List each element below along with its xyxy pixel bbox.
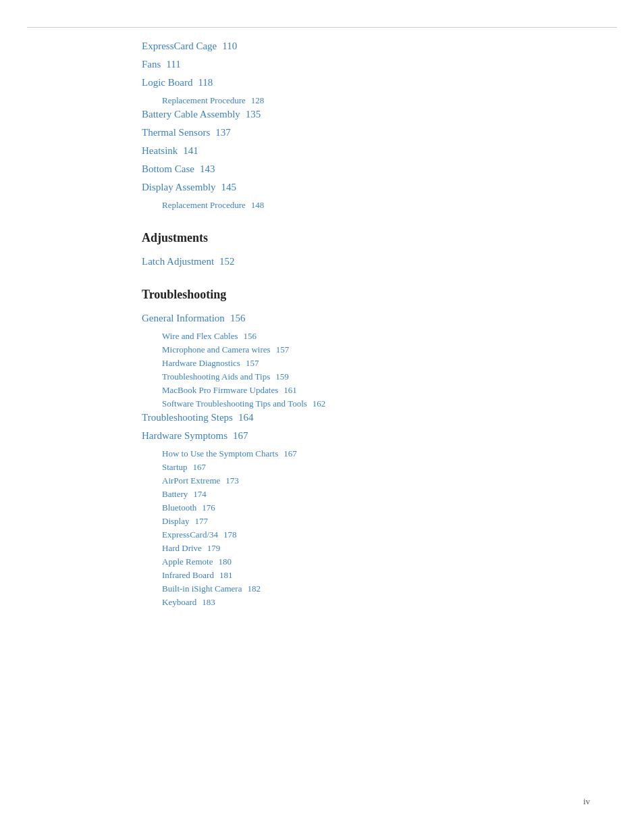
toc-entry: Latch Adjustment 152 (142, 256, 590, 267)
toc-entry: Apple Remote 180 (142, 556, 590, 567)
toc-entry: Bluetooth 176 (142, 502, 590, 513)
toc-page-number: 167 (193, 462, 207, 473)
toc-page-number: 137 (215, 127, 231, 138)
toc-link[interactable]: Troubleshooting Aids and Tips (162, 371, 270, 382)
toc-page-number: 111 (166, 59, 180, 70)
page-container: ExpressCard Cage 110Fans 111Logic Board … (0, 0, 644, 834)
toc-link[interactable]: Replacement Procedure (162, 200, 246, 211)
toc-entry: Startup 167 (142, 462, 590, 473)
section-heading: Troubleshooting (142, 288, 590, 302)
toc-page-number: 161 (284, 385, 297, 396)
top-border (27, 27, 617, 28)
toc-link[interactable]: Battery (162, 489, 188, 500)
toc-entry: Display Assembly 145 (142, 182, 590, 193)
toc-page-number: 157 (276, 344, 290, 355)
toc-entry: Software Troubleshooting Tips and Tools … (142, 398, 590, 409)
toc-entry: Built-in iSight Camera 182 (142, 583, 590, 594)
toc-link[interactable]: Thermal Sensors (142, 127, 210, 138)
toc-page-number: 177 (194, 516, 208, 527)
toc-entry: Replacement Procedure 148 (142, 200, 590, 211)
toc-link[interactable]: Hard Drive (162, 543, 202, 554)
toc-page-number: 167 (284, 448, 297, 459)
toc-entry: Logic Board 118 (142, 77, 590, 88)
toc-entry: Battery Cable Assembly 135 (142, 109, 590, 120)
toc-page-number: 135 (246, 109, 261, 120)
toc-entry: AirPort Extreme 173 (142, 475, 590, 486)
toc-entry: ExpressCard Cage 110 (142, 41, 590, 52)
toc-link[interactable]: Bluetooth (162, 502, 196, 513)
toc-entry: MacBook Pro Firmware Updates 161 (142, 385, 590, 396)
toc-page-number: 182 (247, 583, 261, 594)
toc-link[interactable]: Hardware Diagnostics (162, 358, 240, 369)
toc-page-number: 157 (246, 358, 259, 369)
toc-page-number: 141 (183, 145, 198, 157)
toc-link[interactable]: Display (162, 516, 189, 527)
toc-content: ExpressCard Cage 110Fans 111Logic Board … (142, 41, 590, 608)
toc-page-number: 179 (207, 543, 221, 554)
toc-link[interactable]: AirPort Extreme (162, 475, 220, 486)
toc-entry: Replacement Procedure 128 (142, 95, 590, 106)
toc-entry: Hardware Diagnostics 157 (142, 358, 590, 369)
toc-entry: Wire and Flex Cables 156 (142, 331, 590, 342)
toc-entry: ExpressCard/34 178 (142, 529, 590, 540)
toc-page-number: 180 (218, 556, 232, 567)
toc-page-number: 173 (225, 475, 239, 486)
toc-entry: Display 177 (142, 516, 590, 527)
toc-page-number: 181 (219, 570, 233, 581)
toc-link[interactable]: Microphone and Camera wires (162, 344, 271, 355)
toc-page-number: 110 (222, 41, 237, 52)
toc-entry: Bottom Case 143 (142, 163, 590, 175)
toc-entry: How to Use the Symptom Charts 167 (142, 448, 590, 459)
toc-page-number: 145 (221, 182, 237, 193)
toc-link[interactable]: Logic Board (142, 77, 192, 88)
toc-link[interactable]: Apple Remote (162, 556, 213, 567)
toc-link[interactable]: ExpressCard/34 (162, 529, 218, 540)
toc-link[interactable]: Fans (142, 59, 161, 70)
toc-page-number: 156 (230, 313, 246, 324)
toc-link[interactable]: Wire and Flex Cables (162, 331, 238, 342)
toc-page-number: 152 (219, 256, 235, 267)
toc-page-number: 128 (251, 95, 265, 106)
toc-link[interactable]: Software Troubleshooting Tips and Tools (162, 398, 307, 409)
toc-entry: Troubleshooting Steps 164 (142, 412, 590, 423)
toc-entry: Thermal Sensors 137 (142, 127, 590, 138)
toc-page-number: 148 (251, 200, 265, 211)
toc-page-number: 143 (200, 163, 215, 175)
toc-link[interactable]: Heatsink (142, 145, 178, 157)
toc-link[interactable]: Built-in iSight Camera (162, 583, 242, 594)
toc-link[interactable]: Hardware Symptoms (142, 430, 227, 442)
toc-link[interactable]: Keyboard (162, 597, 196, 608)
toc-entry: Hard Drive 179 (142, 543, 590, 554)
toc-entry: General Information 156 (142, 313, 590, 324)
toc-link[interactable]: Latch Adjustment (142, 256, 214, 267)
toc-link[interactable]: How to Use the Symptom Charts (162, 448, 278, 459)
toc-entry: Hardware Symptoms 167 (142, 430, 590, 442)
toc-link[interactable]: Replacement Procedure (162, 95, 246, 106)
toc-entry: Troubleshooting Aids and Tips 159 (142, 371, 590, 382)
toc-entry: Infrared Board 181 (142, 570, 590, 581)
toc-link[interactable]: Bottom Case (142, 163, 194, 175)
toc-link[interactable]: Display Assembly (142, 182, 216, 193)
toc-link[interactable]: MacBook Pro Firmware Updates (162, 385, 278, 396)
toc-page-number: 178 (223, 529, 237, 540)
page-number: iv (583, 796, 590, 807)
toc-page-number: 176 (202, 502, 215, 513)
toc-link[interactable]: Troubleshooting Steps (142, 412, 233, 423)
toc-page-number: 156 (243, 331, 257, 342)
toc-link[interactable]: General Information (142, 313, 225, 324)
toc-link[interactable]: Battery Cable Assembly (142, 109, 240, 120)
toc-entry: Keyboard 183 (142, 597, 590, 608)
toc-page-number: 174 (193, 489, 207, 500)
section-heading: Adjustments (142, 231, 590, 245)
toc-page-number: 183 (202, 597, 215, 608)
toc-page-number: 159 (275, 371, 289, 382)
toc-link[interactable]: ExpressCard Cage (142, 41, 217, 52)
toc-page-number: 167 (233, 430, 248, 442)
toc-page-number: 164 (238, 412, 254, 423)
toc-entry: Fans 111 (142, 59, 590, 70)
toc-link[interactable]: Startup (162, 462, 188, 473)
toc-entry: Microphone and Camera wires 157 (142, 344, 590, 355)
toc-link[interactable]: Infrared Board (162, 570, 214, 581)
toc-entry: Battery 174 (142, 489, 590, 500)
toc-page-number: 118 (198, 77, 213, 88)
